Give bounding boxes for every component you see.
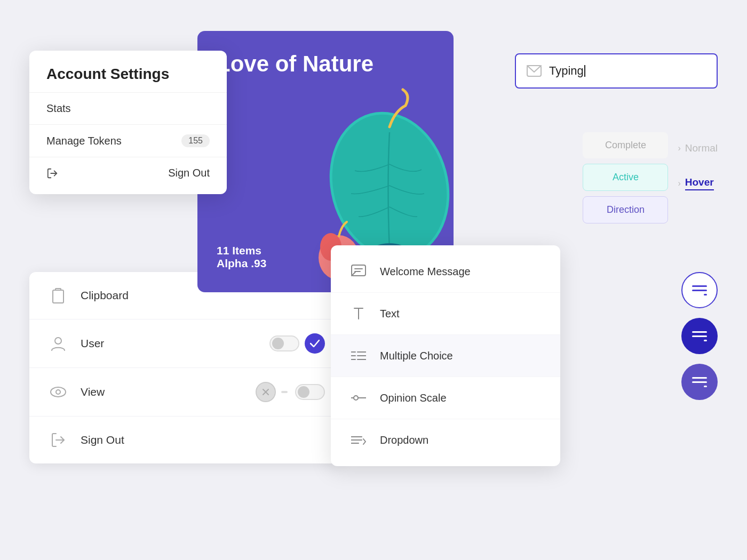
signout-icon	[46, 167, 58, 179]
dropdown-item-opinion-scale[interactable]: Opinion Scale	[331, 377, 560, 419]
chevron-right-icon: ›	[678, 143, 680, 153]
stats-label: Stats	[46, 102, 71, 115]
hover-label: Hover	[685, 177, 714, 190]
normal-label: Normal	[685, 142, 718, 154]
user-toggle-group[interactable]	[269, 333, 325, 354]
view-toggle-off[interactable]	[295, 384, 325, 400]
slider-icon	[348, 387, 369, 409]
account-settings-card: Account Settings Stats Manage Tokens 155…	[29, 51, 227, 194]
dropdown-lines-icon	[348, 429, 369, 451]
svg-point-26	[354, 396, 358, 400]
hamburger-mid-icon	[692, 377, 707, 387]
typing-input-card[interactable]: Typing	[515, 53, 718, 89]
hd-line-2	[692, 335, 707, 337]
nature-card-title: Love of Nature	[217, 51, 374, 77]
normal-label-row: › Normal	[678, 135, 718, 162]
svg-point-9	[51, 387, 66, 397]
alpha-value: Alpha .93	[217, 257, 266, 270]
user-icon	[49, 334, 68, 353]
state-labels-group: › Normal › Hover	[678, 132, 718, 198]
message-icon	[348, 261, 369, 282]
menu-item-manage-tokens[interactable]: Manage Tokens 155	[29, 125, 227, 157]
text-t-icon	[348, 303, 369, 324]
hm-dot	[704, 386, 707, 387]
signout-list-icon	[49, 430, 68, 450]
signout-list-label: Sign Out	[81, 434, 325, 446]
tokens-badge: 155	[181, 134, 210, 147]
sign-out-label: Sign Out	[168, 167, 210, 179]
svg-rect-7	[53, 290, 63, 303]
hamburger-buttons-group	[681, 272, 718, 400]
hm-line-2	[692, 381, 707, 383]
hamburger-outline-icon	[692, 285, 707, 295]
dropdown-menu-card: Welcome Message Text Multiple Choice	[331, 245, 560, 466]
user-check-circle	[305, 333, 325, 354]
direction-button[interactable]: Direction	[583, 196, 668, 223]
h-line-2	[692, 290, 707, 291]
svg-point-8	[55, 338, 61, 344]
dropdown-item-text[interactable]: Text	[331, 293, 560, 335]
hamburger-outline-button[interactable]	[681, 272, 718, 308]
hover-label-row: › Hover	[678, 169, 718, 198]
view-label: View	[81, 386, 256, 398]
menu-item-stats[interactable]: Stats	[29, 93, 227, 124]
hd-line-1	[692, 331, 707, 333]
hamburger-filled-dark-button[interactable]	[681, 318, 718, 354]
multiple-choice-label: Multiple Choice	[380, 350, 453, 362]
user-toggle-off[interactable]	[269, 335, 299, 351]
list-items-card: Clipboard User	[29, 272, 344, 463]
list-row-user: User	[29, 319, 344, 368]
opinion-scale-label: Opinion Scale	[380, 392, 447, 404]
dropdown-label: Dropdown	[380, 434, 428, 446]
hamburger-dark-icon	[692, 331, 707, 341]
eye-icon	[49, 382, 68, 402]
toggle-line	[281, 391, 288, 393]
manage-tokens-label: Manage Tokens	[46, 135, 122, 147]
view-x-circle	[256, 382, 276, 402]
toggle-thumb-off	[272, 338, 284, 349]
dropdown-item-multiple-choice[interactable]: Multiple Choice	[331, 335, 560, 377]
account-settings-title: Account Settings	[29, 60, 227, 92]
active-button[interactable]: Active	[583, 164, 668, 191]
menu-item-sign-out[interactable]: Sign Out	[29, 157, 227, 189]
nature-card-info: 11 Items Alpha .93	[217, 244, 266, 270]
dropdown-item-dropdown[interactable]: Dropdown	[331, 419, 560, 461]
text-label: Text	[380, 308, 400, 320]
svg-point-10	[56, 390, 60, 394]
list-row-view: View	[29, 368, 344, 417]
view-toggle-group[interactable]	[256, 382, 325, 402]
list-icon	[348, 345, 369, 366]
items-count: 11 Items	[217, 244, 266, 257]
h-line-1	[692, 285, 707, 287]
typing-cursor	[584, 65, 585, 77]
mail-icon	[527, 65, 542, 77]
state-buttons-group: Complete Active Direction	[583, 132, 668, 223]
typing-value: Typing	[549, 64, 584, 78]
complete-button[interactable]: Complete	[583, 132, 668, 158]
user-label: User	[81, 337, 269, 350]
hamburger-filled-mid-button[interactable]	[681, 364, 718, 400]
view-toggle-thumb	[298, 386, 309, 398]
welcome-message-label: Welcome Message	[380, 266, 471, 278]
chevron-right-hover-icon: ›	[678, 179, 680, 188]
clipboard-icon	[49, 286, 68, 305]
hd-dot	[704, 340, 707, 341]
h-dot	[704, 294, 707, 295]
list-row-signout: Sign Out	[29, 417, 344, 463]
dropdown-item-welcome[interactable]: Welcome Message	[331, 251, 560, 293]
state-panel: Complete Active Direction › Normal › Hov…	[583, 132, 718, 223]
hm-line-1	[692, 377, 707, 379]
